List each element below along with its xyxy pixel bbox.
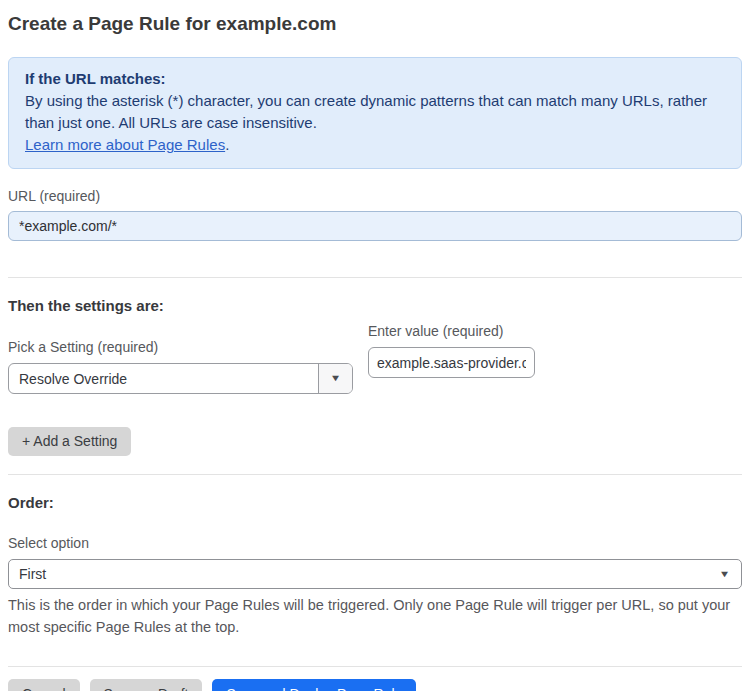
url-field-label: URL (required) [8, 187, 742, 205]
order-select-label: Select option [8, 534, 742, 552]
order-select-caret: ▼ [720, 570, 741, 579]
save-deploy-button[interactable]: Save and Deploy Page Rule [212, 679, 416, 691]
setting-dropdown[interactable]: Resolve Override ▼ [8, 363, 353, 394]
url-input[interactable] [8, 211, 742, 241]
link-period: . [225, 136, 229, 153]
cancel-button[interactable]: Cancel [8, 679, 80, 691]
add-setting-button[interactable]: + Add a Setting [8, 427, 131, 456]
setting-value-column: Enter value (required) [368, 322, 535, 378]
divider-after-url [8, 277, 742, 278]
settings-row: Pick a Setting (required) Resolve Overri… [8, 315, 742, 394]
divider-after-settings [8, 474, 742, 475]
info-box-link-line: Learn more about Page Rules. [25, 134, 725, 156]
order-section-heading: Order: [8, 493, 742, 512]
learn-more-link[interactable]: Learn more about Page Rules [25, 136, 225, 153]
setting-picker-label: Pick a Setting (required) [8, 338, 353, 356]
page-title: Create a Page Rule for example.com [8, 12, 742, 36]
setting-value-label: Enter value (required) [368, 322, 535, 340]
save-draft-button[interactable]: Save as Draft [90, 679, 203, 691]
actions-row: Cancel Save as Draft Save and Deploy Pag… [8, 679, 742, 691]
setting-value-input[interactable] [368, 347, 535, 378]
info-box-body: By using the asterisk (*) character, you… [25, 90, 725, 134]
chevron-down-icon: ▼ [330, 374, 342, 383]
order-help-text: This is the order in which your Page Rul… [8, 594, 742, 638]
setting-dropdown-value: Resolve Override [9, 371, 318, 387]
order-select-value: First [9, 566, 720, 582]
settings-section-heading: Then the settings are: [8, 296, 742, 315]
info-box-heading: If the URL matches: [25, 68, 725, 90]
order-select[interactable]: First ▼ [8, 559, 742, 589]
divider-before-actions [8, 666, 742, 667]
setting-dropdown-caret-button[interactable]: ▼ [318, 364, 352, 393]
url-matches-info-box: If the URL matches: By using the asteris… [8, 57, 742, 169]
setting-picker-column: Pick a Setting (required) Resolve Overri… [8, 315, 353, 394]
chevron-down-icon: ▼ [719, 570, 731, 579]
